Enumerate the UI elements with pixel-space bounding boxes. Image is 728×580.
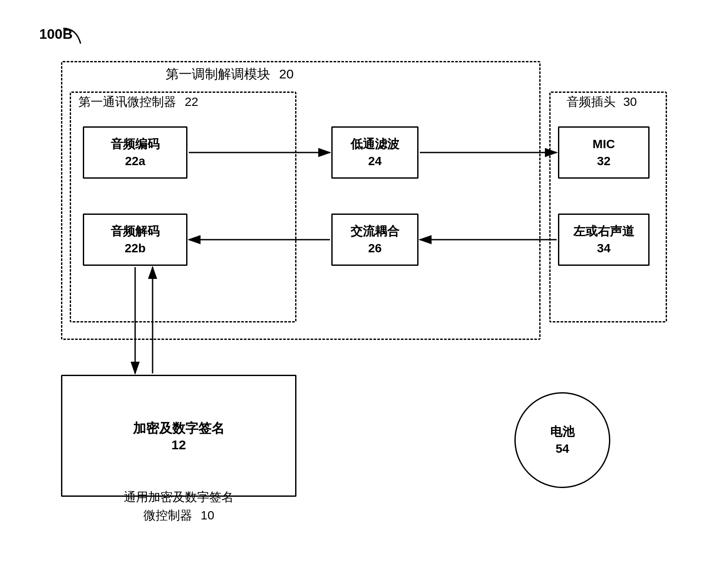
box-mic-32: MIC 32 [558,126,650,179]
box-audio-encode: 音频编码 22a [83,126,187,179]
lpf-id: 24 [368,153,381,170]
box-lpf-24: 低通滤波 24 [331,126,418,179]
encrypt-label: 加密及数字签名 [133,420,225,438]
channel-label: 左或右声道 [573,223,634,240]
box-channel-34: 左或右声道 34 [558,214,650,266]
battery-label: 电池 [550,423,575,440]
battery-id: 54 [555,440,569,457]
label-modem-20: 第一调制解调模块 20 [166,65,294,83]
audio-encode-label: 音频编码 [111,136,160,153]
audio-decode-label: 音频解码 [111,223,160,240]
box-ac-26: 交流耦合 26 [331,214,418,266]
box-encrypt-12: 加密及数字签名 12 [61,375,296,497]
audio-decode-id: 22b [125,240,146,257]
circle-battery-54: 电池 54 [514,392,610,488]
lpf-label: 低通滤波 [350,136,399,153]
channel-id: 34 [597,240,610,257]
encrypt-id: 12 [171,438,186,452]
curve-100b-svg [59,26,85,52]
audio-encode-id: 22a [125,153,146,170]
diagram-container: 100B 第一调制解调模块 20 第一通讯微控制器 22 音频编码 22a 音频… [35,26,689,558]
label-controller-outer: 通用加密及数字签名 微控制器 10 [61,488,296,525]
label-comm-22: 第一通讯微控制器 22 [78,94,198,110]
label-plug-30: 音频插头 30 [567,94,637,110]
mic-id: 32 [597,153,610,170]
mic-label: MIC [592,136,615,153]
ac-label: 交流耦合 [350,223,399,240]
box-audio-decode: 音频解码 22b [83,214,187,266]
ac-id: 26 [368,240,381,257]
